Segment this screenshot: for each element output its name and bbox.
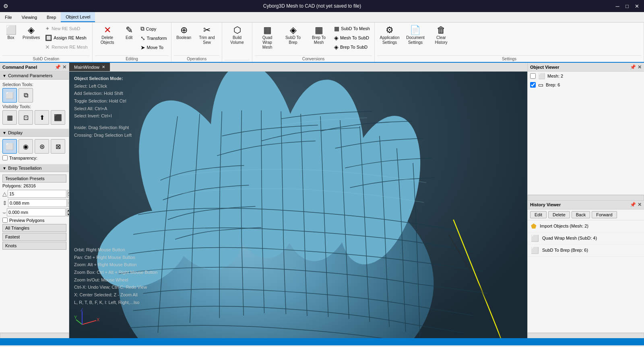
ribbon-btn-mesh-to-subd[interactable]: ◈ Mesh To SubD — [332, 33, 372, 42]
history-forward-btn[interactable]: Forward — [592, 211, 617, 218]
display-btn-4[interactable]: ⊠ — [51, 139, 65, 154]
selection-multi-btn[interactable]: ⧉ — [19, 88, 33, 103]
obj-viewer-hscroll[interactable] — [528, 195, 644, 200]
build-volume-icon: ⬡ — [233, 26, 241, 35]
ribbon-btn-delete[interactable]: ✕ Delete Objects — [95, 24, 120, 47]
quad-wrap-hist-icon: ⬜ — [531, 234, 539, 242]
box-icon: ⬜ — [6, 26, 17, 35]
left-panel-scrollbar[interactable] — [0, 333, 69, 338]
knots-btn[interactable]: Knots — [2, 242, 66, 250]
ribbon-btn-primitives[interactable]: ◈ Primitives — [20, 24, 42, 42]
ribbon-btn-brep-to-subd[interactable]: ◈ Brep To SubD — [332, 43, 372, 51]
history-pin-icon[interactable]: 📌 — [630, 202, 636, 207]
transparency-checkbox[interactable] — [2, 155, 8, 160]
brep-tess-label: Brep Tessellation — [8, 166, 42, 170]
main-window-tab[interactable]: MainWindow ✕ — [69, 63, 110, 71]
display-btn-3[interactable]: ⊛ — [35, 139, 49, 154]
ribbon-btn-remove-re-mesh[interactable]: ✕ Remove RE Mesh — [43, 43, 89, 51]
obj-viewer-close-icon[interactable]: ✕ — [638, 64, 642, 70]
copy-icon: ⧉ — [140, 25, 144, 32]
dist2-icon: ⌣ — [2, 209, 6, 216]
trim-sew-icon: ✂ — [203, 26, 211, 35]
preview-polygons-checkbox[interactable] — [2, 218, 8, 223]
ribbon-btn-subd-to-mesh[interactable]: ▦ SubD To Mesh — [332, 24, 372, 33]
section-command-parameters[interactable]: ▼ Command Parameters — [0, 72, 69, 80]
mesh2-icon: ⬜ — [538, 73, 545, 79]
history-item-import[interactable]: ⬟ Import Objects (Mesh: 2) — [528, 220, 644, 232]
ribbon-btn-edit[interactable]: ✎ Edit — [121, 24, 138, 42]
brep6-checkbox[interactable] — [530, 82, 536, 88]
history-hscroll-track[interactable] — [528, 333, 644, 338]
minimize-button[interactable]: ─ — [613, 2, 621, 10]
dist2-up[interactable]: ▲ — [66, 208, 69, 212]
doc-settings-label: Document Settings — [405, 35, 425, 45]
ribbon-btn-clear-history[interactable]: 🗑 Clear History — [429, 24, 454, 47]
all-triangles-btn[interactable]: All Triangles — [2, 224, 66, 232]
obj-item-brep6[interactable]: ▭ Brep: 6 — [528, 80, 644, 89]
history-viewer-panel: History Viewer 📌 ✕ Edit Delete Back Forw… — [528, 201, 644, 339]
panel-close-icon[interactable]: ✕ — [62, 64, 66, 70]
ribbon-btn-boolean[interactable]: ⊕ Boolean — [174, 24, 194, 42]
ribbon-btn-new-re-subd[interactable]: ✦ New RE SubD — [43, 24, 89, 33]
vis-btn-4[interactable]: ⬛ — [51, 110, 65, 125]
subd-to-brep-icon: ◈ — [290, 26, 297, 35]
history-item-subd-to-brep[interactable]: ⬜ SubD To Brep (Brep: 6) — [528, 244, 644, 257]
vis-btn-1[interactable]: ▦ — [2, 110, 17, 125]
vis-btn-2[interactable]: ⊡ — [19, 110, 33, 125]
ribbon-btn-box[interactable]: ⬜ Box — [2, 24, 19, 42]
assign-re-mesh-icon: 🔲 — [45, 35, 52, 41]
display-btn-2[interactable]: ◉ — [19, 139, 33, 154]
ribbon-btn-copy[interactable]: ⧉ Copy — [138, 24, 169, 33]
display-btn-1[interactable]: ⬜ — [2, 139, 17, 154]
menu-object-level[interactable]: Object Level — [61, 12, 95, 22]
angle-input[interactable] — [8, 190, 66, 198]
ribbon-btn-build-volume[interactable]: ⬡ Build Volume — [225, 24, 250, 47]
ribbon-build-buttons: ⬡ Build Volume — [225, 24, 250, 60]
menu-viewing[interactable]: Viewing — [17, 12, 42, 22]
ribbon-btn-move-to[interactable]: ➤ Move To — [138, 43, 169, 52]
obj-hscroll-track[interactable] — [528, 195, 644, 201]
ribbon-group-operations: ⊕ Boolean ✂ Trim and Sew Operations — [171, 23, 222, 62]
history-back-btn[interactable]: Back — [572, 211, 590, 218]
left-hscroll[interactable] — [0, 333, 69, 338]
history-edit-btn[interactable]: Edit — [530, 211, 547, 218]
dist2-input[interactable] — [7, 208, 66, 216]
ribbon-btn-quad-wrap[interactable]: ▦ Quad Wrap Mesh — [255, 24, 280, 51]
dist2-down[interactable]: ▼ — [66, 212, 69, 216]
ribbon-btn-doc-settings[interactable]: 📄 Document Settings — [403, 24, 428, 47]
ribbon-btn-app-settings[interactable]: ⚙ Application Settings — [377, 24, 402, 47]
tessellation-presets-btn[interactable]: Tessellation Presets — [2, 175, 66, 183]
mesh2-checkbox[interactable] — [530, 73, 536, 79]
fastest-btn[interactable]: Fastest — [2, 233, 66, 241]
obj-item-mesh2[interactable]: ⬜ Mesh: 2 — [528, 72, 644, 80]
ribbon-small-editing: ⧉ Copy ⤡ Transform ➤ Move To — [138, 24, 169, 52]
selection-box-btn[interactable]: ⬜ — [2, 88, 17, 103]
menu-file[interactable]: File — [0, 12, 17, 22]
window-controls: ─ □ ✕ — [613, 2, 641, 10]
ribbon-small-conversions: ▦ SubD To Mesh ◈ Mesh To SubD ◈ Brep To … — [332, 24, 372, 51]
panel-pin-icon[interactable]: 📌 — [55, 64, 61, 70]
ribbon-btn-trim-sew[interactable]: ✂ Trim and Sew — [194, 24, 219, 47]
doc-settings-icon: 📄 — [410, 26, 421, 35]
menu-brep[interactable]: Brep — [42, 12, 61, 22]
history-item-quad-wrap[interactable]: ⬜ Quad Wrap Mesh (SubD: 4) — [528, 232, 644, 244]
obj-viewer-pin-icon[interactable]: 📌 — [630, 64, 636, 70]
display-label: Display — [8, 130, 23, 135]
main-window-tab-close[interactable]: ✕ — [102, 65, 105, 69]
history-close-icon[interactable]: ✕ — [638, 202, 642, 207]
maximize-button[interactable]: □ — [623, 2, 631, 10]
section-display[interactable]: ▼ Display — [0, 129, 69, 137]
ribbon-btn-brep-to-mesh[interactable]: ▦ Brep To Mesh — [306, 24, 331, 47]
history-hscroll[interactable] — [528, 333, 644, 338]
ribbon-btn-assign-re-mesh[interactable]: 🔲 Assign RE Mesh — [43, 33, 89, 42]
vis-btn-3[interactable]: ⬆ — [35, 110, 49, 125]
transform-icon: ⤡ — [140, 35, 145, 41]
mesh-viewport[interactable] — [69, 72, 527, 338]
section-brep-tess[interactable]: ▼ Brep Tessellation — [0, 164, 69, 172]
history-delete-btn[interactable]: Delete — [548, 211, 570, 218]
viewport[interactable]: Object Selection Mode: Select: Left Clic… — [69, 72, 527, 338]
ribbon-btn-transform[interactable]: ⤡ Transform — [138, 34, 169, 43]
close-button[interactable]: ✕ — [633, 2, 641, 10]
ribbon-btn-subd-to-brep[interactable]: ◈ SubD To Brep — [281, 24, 305, 47]
dist-input[interactable] — [8, 199, 67, 207]
